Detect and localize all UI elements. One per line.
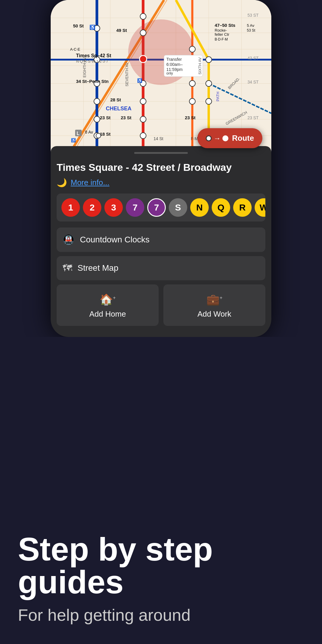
route-icon: → (206, 134, 228, 143)
phone-frame: Transfer 6:00am– 11:59pm only 50 St 49 S… (51, 0, 271, 337)
train-badge-n[interactable]: N (190, 198, 209, 217)
bottom-text-section: Step by stepguides For help getting arou… (0, 337, 322, 644)
svg-text:Rocke-: Rocke- (215, 28, 227, 32)
svg-text:L: L (77, 131, 80, 136)
svg-text:18 St: 18 St (100, 131, 111, 137)
train-badge-1[interactable]: 1 (61, 198, 80, 217)
svg-text:23 St: 23 St (185, 115, 196, 120)
headline-text: Step by stepguides (18, 531, 213, 600)
train-badge-r[interactable]: R (233, 198, 252, 217)
svg-text:N·Q·R·S·W·1·2·3·7: N·Q·R·S·W·1·2·3·7 (76, 59, 108, 64)
train-badge-w[interactable]: W (255, 198, 265, 217)
svg-text:♿: ♿ (89, 24, 95, 30)
bottom-sheet: Times Square - 42 Street / Broadway 🌙 Mo… (51, 146, 271, 337)
svg-text:47–50 Sts: 47–50 Sts (215, 23, 235, 28)
svg-text:♿: ♿ (71, 138, 76, 143)
svg-text:SIXTH AV: SIXTH AV (198, 57, 202, 75)
more-info-link[interactable]: More info... (71, 178, 109, 187)
svg-text:F·M: F·M (191, 136, 198, 141)
svg-text:♿: ♿ (137, 78, 143, 83)
svg-text:23 ST: 23 ST (247, 115, 259, 120)
svg-text:28 St: 28 St (110, 97, 121, 102)
svg-point-40 (189, 80, 195, 86)
svg-point-25 (140, 13, 146, 19)
subway-icon: 🚇 (63, 234, 75, 245)
route-origin-dot (206, 135, 212, 141)
svg-text:14 St: 14 St (154, 136, 163, 141)
svg-text:SEVENTH AV: SEVENTH AV (125, 62, 129, 86)
svg-point-29 (140, 98, 146, 104)
train-badge-s[interactable]: S (169, 198, 187, 217)
bottom-sheet-handle (134, 152, 188, 154)
svg-point-44 (206, 98, 212, 104)
svg-text:Times Sq–42 St: Times Sq–42 St (76, 53, 112, 58)
svg-text:53 St: 53 St (247, 28, 256, 32)
svg-point-30 (140, 116, 146, 122)
add-home-button[interactable]: 🏠+ Add Home (57, 284, 159, 326)
svg-text:B·D·F·M: B·D·F·M (215, 37, 228, 41)
svg-text:34 St–Penn Stn: 34 St–Penn Stn (76, 79, 109, 84)
subheadline: For help getting around (18, 604, 304, 626)
svg-text:23 St: 23 St (100, 115, 111, 120)
train-badge-7[interactable]: 7 (126, 198, 144, 217)
svg-text:PATH: PATH (216, 92, 220, 101)
svg-point-36 (94, 116, 100, 122)
svg-text:A·C·E: A·C·E (70, 47, 80, 52)
svg-text:5 Av: 5 Av (247, 23, 255, 28)
svg-text:34 ST: 34 ST (247, 80, 259, 84)
svg-point-31 (140, 133, 146, 139)
route-button[interactable]: → Route (197, 128, 262, 148)
svg-point-43 (206, 80, 212, 86)
moon-icon: 🌙 (57, 178, 67, 188)
svg-text:only: only (166, 71, 173, 75)
svg-text:feller Ctr: feller Ctr (215, 32, 230, 37)
route-label: Route (232, 134, 254, 143)
svg-text:Transfer: Transfer (166, 57, 182, 62)
svg-text:6:00am–: 6:00am– (166, 62, 183, 67)
train-badge-3[interactable]: 3 (104, 198, 123, 217)
svg-text:42 ST: 42 ST (247, 56, 259, 61)
countdown-clocks-label: Countdown Clocks (80, 235, 149, 244)
street-map-button[interactable]: 🗺 Street Map (57, 256, 265, 280)
countdown-clocks-button[interactable]: 🚇 Countdown Clocks (57, 227, 265, 252)
svg-text:8 Av: 8 Av (85, 130, 93, 134)
svg-text:CHELSEA: CHELSEA (106, 106, 131, 112)
svg-text:23 St: 23 St (121, 115, 131, 120)
svg-point-38 (189, 46, 195, 52)
train-lines-row: 1 2 3 7 7 S N Q R W (57, 193, 265, 222)
svg-point-42 (206, 57, 212, 63)
train-badge-2[interactable]: 2 (83, 198, 101, 217)
add-home-label: Add Home (89, 309, 126, 319)
home-icon: 🏠+ (100, 293, 116, 306)
map-icon: 🗺 (63, 263, 72, 274)
svg-point-87 (96, 133, 101, 138)
headline: Step by stepguides (18, 533, 304, 598)
svg-point-27 (140, 55, 147, 63)
svg-point-35 (94, 98, 100, 104)
svg-text:EIGHTH AV: EIGHTH AV (82, 57, 87, 78)
work-icon: 💼+ (206, 293, 222, 306)
more-info-row: 🌙 More info... (57, 178, 265, 188)
add-work-button[interactable]: 💼+ Add Work (163, 284, 265, 326)
svg-text:49 St: 49 St (116, 28, 127, 33)
station-title: Times Square - 42 Street / Broadway (57, 161, 265, 174)
svg-text:53 ST: 53 ST (247, 13, 259, 18)
add-work-label: Add Work (197, 309, 231, 319)
add-row: 🏠+ Add Home 💼+ Add Work (57, 284, 265, 326)
street-map-label: Street Map (78, 263, 118, 273)
route-arrow-icon: → (213, 134, 221, 143)
svg-point-41 (189, 98, 195, 104)
train-badge-7-express[interactable]: 7 (147, 198, 166, 217)
svg-text:50 St: 50 St (73, 23, 84, 28)
route-dest-dot (222, 135, 228, 141)
train-badge-q[interactable]: Q (212, 198, 230, 217)
svg-point-26 (140, 30, 146, 36)
